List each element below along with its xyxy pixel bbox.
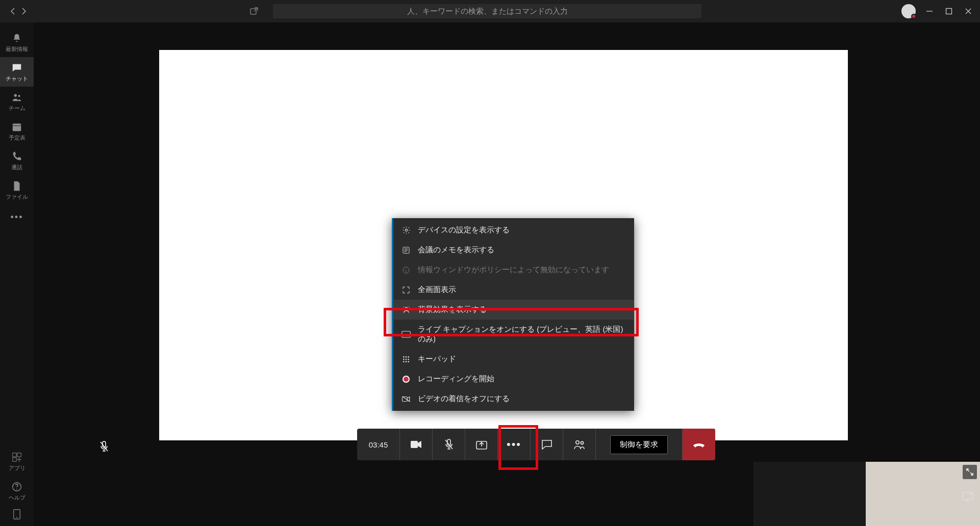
rail-calendar[interactable]: 予定表	[0, 116, 34, 146]
svg-point-27	[408, 361, 409, 362]
more-actions-button[interactable]: •••	[498, 429, 531, 460]
background-effects-icon	[401, 305, 411, 314]
menu-keypad[interactable]: キーパッド	[393, 349, 634, 369]
rail-activity[interactable]: 最新情報	[0, 28, 34, 57]
profile-avatar[interactable]	[901, 4, 916, 18]
close-button[interactable]	[965, 8, 974, 15]
title-bar-right	[901, 4, 980, 18]
file-icon	[11, 180, 22, 192]
camera-icon	[410, 440, 422, 449]
mobile-icon	[11, 509, 22, 520]
fullscreen-icon	[401, 285, 411, 295]
menu-label: デバイスの設定を表示する	[418, 225, 510, 235]
expand-icon	[966, 468, 974, 476]
menu-label: ライブ キャプションをオンにする (プレビュー、英語 (米国) のみ)	[418, 325, 626, 344]
maximize-button[interactable]	[945, 8, 954, 15]
forward-button[interactable]	[21, 8, 27, 15]
rail-files[interactable]: ファイル	[0, 175, 34, 205]
svg-text:CC: CC	[404, 333, 409, 336]
info-icon	[401, 266, 411, 275]
hangup-icon	[692, 440, 706, 449]
cc-icon: CC	[401, 330, 411, 339]
participants-button[interactable]	[563, 429, 596, 460]
svg-rect-1	[946, 9, 952, 14]
menu-label: 全画面表示	[418, 285, 456, 295]
expand-thumbnail-button[interactable]	[963, 465, 977, 479]
screen-share-panel-button[interactable]	[959, 487, 977, 506]
svg-point-23	[406, 358, 407, 360]
back-button[interactable]	[10, 8, 15, 15]
menu-turn-off-incoming-video[interactable]: ビデオの着信をオフにする	[393, 389, 634, 409]
timer-text: 03:45	[369, 440, 388, 449]
camera-button[interactable]	[400, 429, 433, 460]
svg-point-26	[406, 361, 407, 362]
pop-out-icon[interactable]	[250, 7, 258, 15]
bell-icon	[11, 33, 22, 44]
gear-icon	[401, 226, 411, 235]
rail-label: ファイル	[6, 193, 28, 201]
menu-start-recording[interactable]: レコーディングを開始	[393, 369, 634, 389]
menu-live-captions[interactable]: CC ライブ キャプションをオンにする (プレビュー、英語 (米国) のみ)	[393, 320, 634, 349]
rail-more[interactable]: •••	[11, 205, 23, 230]
rail-label: 通話	[11, 164, 22, 171]
rail-label: チーム	[9, 104, 26, 112]
rail-apps[interactable]: アプリ	[0, 446, 34, 476]
menu-meeting-notes[interactable]: 会議のメモを表示する	[393, 240, 634, 260]
phone-icon	[11, 151, 22, 162]
people-icon	[573, 439, 586, 450]
main-content: デバイスの設定を表示する 会議のメモを表示する 情報ウィンドウがポリシーによって…	[34, 22, 980, 526]
svg-rect-4	[13, 124, 21, 132]
search-placeholder: 人、キーワードの検索、またはコマンドの入力	[407, 7, 568, 16]
share-button[interactable]	[465, 429, 498, 460]
chat-icon	[11, 62, 22, 73]
more-icon: •••	[507, 438, 521, 451]
monitor-icon	[962, 491, 974, 502]
mic-button[interactable]	[433, 429, 465, 460]
svg-point-31	[575, 441, 579, 444]
svg-point-13	[405, 229, 407, 231]
apps-icon	[11, 452, 22, 463]
call-timer: 03:45	[357, 429, 400, 460]
participant-thumbnail-1[interactable]	[753, 462, 866, 526]
svg-point-2	[14, 94, 17, 97]
app-rail: 最新情報 チャット チーム 予定表 通話 ファイル ••• アプリ ヘルプ	[0, 22, 34, 526]
hangup-button[interactable]	[683, 429, 715, 460]
presence-status-icon	[911, 14, 916, 19]
rail-teams[interactable]: チーム	[0, 87, 34, 116]
rail-calls[interactable]: 通話	[0, 146, 34, 175]
button-label: 制御を要求	[620, 440, 658, 449]
request-control-button[interactable]: 制御を要求	[610, 435, 668, 454]
participant-thumbnails	[753, 462, 980, 526]
chat-bubble-icon	[541, 439, 552, 450]
svg-rect-8	[13, 458, 16, 461]
more-actions-menu: デバイスの設定を表示する 会議のメモを表示する 情報ウィンドウがポリシーによって…	[392, 218, 634, 411]
menu-device-settings[interactable]: デバイスの設定を表示する	[393, 220, 634, 240]
svg-rect-5	[13, 125, 21, 126]
share-screen-icon	[476, 439, 487, 450]
rail-label: アプリ	[9, 464, 26, 472]
menu-label: キーパッド	[418, 354, 456, 364]
svg-rect-6	[13, 453, 16, 457]
chat-button[interactable]	[531, 429, 563, 460]
svg-point-12	[16, 517, 17, 518]
teams-icon	[11, 92, 22, 103]
search-input[interactable]: 人、キーワードの検索、またはコマンドの入力	[273, 4, 701, 18]
svg-point-32	[581, 441, 583, 444]
menu-label: ビデオの着信をオフにする	[418, 394, 510, 404]
rail-device[interactable]	[0, 506, 34, 526]
menu-fullscreen[interactable]: 全画面表示	[393, 280, 634, 300]
svg-point-21	[408, 356, 409, 358]
rail-help[interactable]: ヘルプ	[0, 476, 34, 506]
menu-background-effects[interactable]: 背景効果を表示する	[393, 300, 634, 320]
rail-label: ヘルプ	[9, 494, 26, 502]
help-icon	[11, 481, 22, 492]
svg-point-10	[16, 489, 17, 490]
calendar-icon	[11, 121, 22, 133]
local-mic-muted-icon	[99, 440, 109, 453]
minimize-button[interactable]	[926, 8, 935, 15]
svg-point-3	[18, 95, 20, 97]
rail-label: 最新情報	[6, 45, 28, 53]
rail-chat[interactable]: チャット	[0, 57, 34, 87]
svg-rect-7	[17, 453, 21, 457]
svg-point-25	[403, 361, 405, 362]
